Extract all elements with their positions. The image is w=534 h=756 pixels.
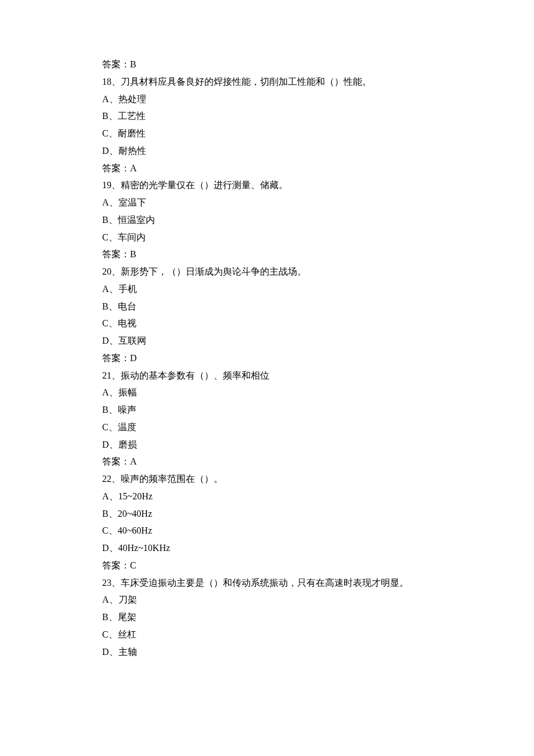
question-stem: 23、车床受迫振动主要是（）和传动系统振动，只有在高速时表现才明显。 xyxy=(102,574,450,592)
question-stem: 19、精密的光学量仅在（）进行测量、储藏。 xyxy=(102,177,450,194)
option-d: D、互联网 xyxy=(102,332,450,350)
document-page: 答案：B 18、刀具材料应具备良好的焊接性能，切削加工性能和（）性能。 A、热处… xyxy=(0,0,450,718)
option-b: B、电台 xyxy=(102,298,450,315)
answer-line: 答案：B xyxy=(102,246,450,263)
option-c: C、车间内 xyxy=(102,229,450,246)
option-a: A、室温下 xyxy=(102,194,450,211)
question-stem: 20、新形势下，（）日渐成为舆论斗争的主战场。 xyxy=(102,263,450,280)
option-c: C、电视 xyxy=(102,315,450,332)
answer-line: 答案：B xyxy=(102,56,450,73)
option-d: D、耐热性 xyxy=(102,142,450,160)
answer-line: 答案：A xyxy=(102,453,450,470)
option-b: B、20~40Hz xyxy=(102,505,450,523)
answer-line: 答案：C xyxy=(102,557,450,574)
option-a: A、热处理 xyxy=(102,91,450,108)
answer-line: 答案：A xyxy=(102,160,450,177)
option-b: B、恒温室内 xyxy=(102,211,450,229)
option-d: D、40Hz~10KHz xyxy=(102,539,450,557)
option-c: C、40~60Hz xyxy=(102,522,450,539)
option-a: A、手机 xyxy=(102,280,450,298)
option-c: C、耐磨性 xyxy=(102,125,450,142)
option-c: C、温度 xyxy=(102,419,450,436)
question-stem: 18、刀具材料应具备良好的焊接性能，切削加工性能和（）性能。 xyxy=(102,73,450,91)
option-a: A、刀架 xyxy=(102,591,450,609)
option-b: B、噪声 xyxy=(102,401,450,419)
option-b: B、工艺性 xyxy=(102,107,450,125)
option-a: A、15~20Hz xyxy=(102,488,450,505)
option-b: B、尾架 xyxy=(102,609,450,626)
question-stem: 22、噪声的频率范围在（）。 xyxy=(102,470,450,488)
question-stem: 21、振动的基本参数有（）、频率和相位 xyxy=(102,367,450,384)
option-a: A、振幅 xyxy=(102,384,450,401)
option-c: C、丝杠 xyxy=(102,626,450,643)
option-d: D、主轴 xyxy=(102,643,450,661)
answer-line: 答案：D xyxy=(102,350,450,367)
option-d: D、磨损 xyxy=(102,436,450,453)
